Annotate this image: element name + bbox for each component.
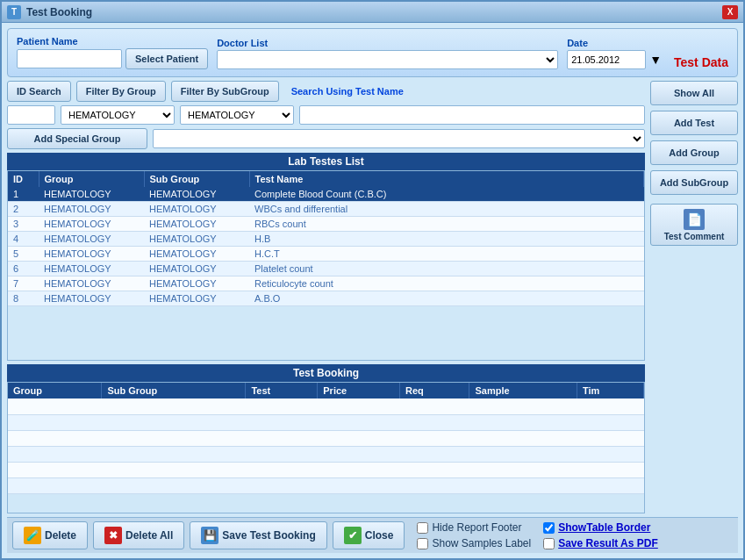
list-item — [8, 414, 644, 430]
booking-title: Test Booking — [7, 364, 645, 382]
add-subgroup-button[interactable]: Add SubGroup — [650, 170, 738, 195]
col-testname: Test Name — [249, 171, 644, 187]
table-row[interactable]: 5HEMATOLOGYHEMATOLOGYH.C.T — [8, 247, 644, 262]
table-row[interactable]: 8HEMATOLOGYHEMATOLOGYA.B.O — [8, 291, 644, 306]
col-group: Group — [39, 171, 144, 187]
main-window: T Test Booking X Patient Name Select Pat… — [0, 0, 745, 560]
special-group-dropdown[interactable] — [153, 129, 645, 148]
booking-table-container[interactable]: GroupSub GroupTestPriceReqSampleTim — [7, 382, 645, 513]
id-search-button[interactable]: ID Search — [7, 81, 71, 102]
doctor-list-dropdown[interactable] — [217, 50, 558, 69]
table-row[interactable]: 7HEMATOLOGYHEMATOLOGYReticulocyte count — [8, 276, 644, 291]
doctor-list-group: Doctor List — [217, 38, 558, 69]
checkboxes-panel-2: ShowTable Border Save Result As PDF — [543, 521, 658, 549]
col-id: ID — [8, 171, 39, 187]
test-data-label: Test Data — [674, 55, 728, 69]
col-subgroup: Sub Group — [144, 171, 249, 187]
right-panel: Show All Add Test Add Group Add SubGroup… — [650, 81, 738, 513]
app-icon: T — [7, 5, 21, 19]
filter-row-1: ID Search Filter By Group Filter By SubG… — [7, 81, 645, 102]
test-name-search-input[interactable] — [299, 105, 645, 125]
date-dropdown-icon[interactable]: ▼ — [649, 53, 662, 67]
middle-section: ID Search Filter By Group Filter By SubG… — [7, 81, 738, 513]
select-patient-button[interactable]: Select Patient — [125, 48, 208, 69]
bottom-bar: 🧪 Delete ✖ Delete All 💾 Save Test Bookin… — [7, 517, 738, 553]
delete-button[interactable]: 🧪 Delete — [12, 521, 88, 549]
table-row[interactable]: 1HEMATOLOGYHEMATOLOGYComplete Blood Coun… — [8, 187, 644, 202]
delete-all-button[interactable]: ✖ Delete All — [93, 521, 184, 549]
show-samples-label-label: Show Samples Label — [432, 537, 531, 549]
date-input[interactable] — [567, 50, 646, 69]
special-group-row: Add Special Group — [7, 128, 645, 149]
list-item — [8, 462, 644, 477]
group-filter-dropdown[interactable]: HEMATOLOGY — [61, 105, 175, 125]
main-content: Patient Name Select Patient Doctor List … — [2, 23, 743, 558]
save-result-pdf-label[interactable]: Save Result As PDF — [558, 537, 658, 549]
test-comment-button[interactable]: 📄 Test Comment — [650, 204, 738, 246]
delete-icon: 🧪 — [24, 527, 41, 544]
left-panel: ID Search Filter By Group Filter By SubG… — [7, 81, 645, 513]
list-item — [8, 398, 644, 414]
search-using-label: Search Using Test Name — [291, 86, 404, 97]
hide-report-footer-label: Hide Report Footer — [432, 521, 521, 534]
titlebar: T Test Booking X — [2, 2, 743, 23]
lab-tests-table-container[interactable]: ID Group Sub Group Test Name 1HEMATOLOGY… — [7, 170, 645, 361]
list-item — [8, 446, 644, 462]
show-table-border-row: ShowTable Border — [543, 521, 658, 534]
booking-section: Test Booking GroupSub GroupTestPriceReqS… — [7, 364, 645, 513]
filter-by-group-button[interactable]: Filter By Group — [76, 81, 166, 102]
delete-label: Delete — [45, 529, 76, 542]
checkboxes-panel: Hide Report Footer Show Samples Label — [417, 521, 531, 549]
close-btn-icon: ✔ — [344, 527, 362, 544]
show-samples-label-checkbox[interactable] — [417, 538, 428, 549]
save-result-pdf-checkbox[interactable] — [543, 538, 555, 549]
lab-tests-title: Lab Testes List — [7, 153, 645, 170]
test-comment-icon: 📄 — [684, 209, 705, 230]
list-item — [8, 430, 644, 446]
table-row[interactable]: 6HEMATOLOGYHEMATOLOGYPlatelet count — [8, 262, 644, 276]
hide-report-footer-row: Hide Report Footer — [417, 521, 531, 534]
show-table-border-label[interactable]: ShowTable Border — [558, 521, 650, 534]
date-label: Date — [567, 38, 662, 48]
add-group-button[interactable]: Add Group — [650, 140, 738, 165]
close-button[interactable]: ✔ Close — [333, 521, 405, 549]
add-test-button[interactable]: Add Test — [650, 111, 738, 135]
show-samples-label-row: Show Samples Label — [417, 537, 531, 549]
lab-tests-table: ID Group Sub Group Test Name 1HEMATOLOGY… — [8, 171, 644, 306]
window-close-button[interactable]: X — [722, 5, 738, 19]
save-result-pdf-row: Save Result As PDF — [543, 537, 658, 549]
hide-report-footer-checkbox[interactable] — [417, 522, 428, 534]
save-test-booking-label: Save Test Booking — [222, 529, 315, 542]
filter-row-2: HEMATOLOGY HEMATOLOGY — [7, 105, 645, 125]
add-special-group-button[interactable]: Add Special Group — [7, 128, 147, 149]
save-test-booking-button[interactable]: 💾 Save Test Booking — [190, 521, 326, 549]
table-row[interactable]: 3HEMATOLOGYHEMATOLOGYRBCs count — [8, 217, 644, 232]
booking-table: GroupSub GroupTestPriceReqSampleTim — [8, 383, 644, 494]
subgroup-filter-dropdown[interactable]: HEMATOLOGY — [180, 105, 294, 125]
doctor-list-label: Doctor List — [217, 38, 558, 48]
patient-name-group: Patient Name Select Patient — [17, 36, 208, 69]
window-title: Test Booking — [26, 6, 722, 18]
save-icon: 💾 — [201, 527, 218, 544]
date-group: Date ▼ — [567, 38, 662, 69]
patient-name-label: Patient Name — [17, 36, 208, 47]
lab-tests-section: Lab Testes List ID Group Sub Group Test … — [7, 153, 645, 361]
delete-all-icon: ✖ — [104, 527, 122, 544]
close-label: Close — [365, 529, 394, 542]
patient-name-input[interactable] — [17, 49, 122, 68]
filter-by-subgroup-button[interactable]: Filter By SubGroup — [171, 81, 279, 102]
id-search-input[interactable] — [7, 105, 55, 125]
show-all-button[interactable]: Show All — [650, 81, 738, 105]
show-table-border-checkbox[interactable] — [543, 522, 555, 534]
patient-panel: Patient Name Select Patient Doctor List … — [7, 28, 738, 77]
table-row[interactable]: 2HEMATOLOGYHEMATOLOGYWBCs and differenti… — [8, 202, 644, 217]
table-row[interactable]: 4HEMATOLOGYHEMATOLOGYH.B — [8, 232, 644, 247]
test-comment-label: Test Comment — [664, 232, 725, 241]
delete-all-label: Delete All — [125, 529, 173, 542]
list-item — [8, 477, 644, 493]
